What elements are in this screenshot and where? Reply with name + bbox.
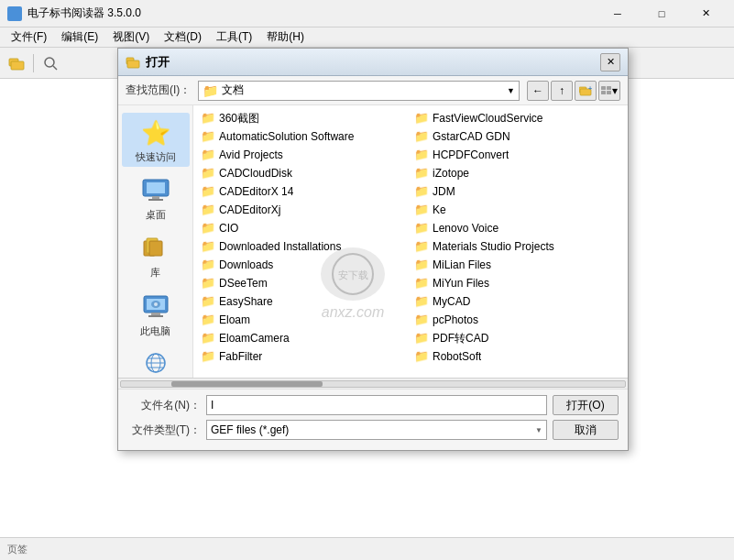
folder-icon: 📁 bbox=[414, 166, 429, 181]
file-column-right: 📁 FastViewCloudService 📁 GstarCAD GDN 📁 … bbox=[411, 109, 624, 366]
scrollbar-thumb[interactable] bbox=[171, 381, 323, 387]
sidebar-item-desktop[interactable]: 桌面 bbox=[122, 170, 190, 225]
list-item[interactable]: 📁 Downloads bbox=[197, 256, 411, 274]
folder-icon: 📁 bbox=[201, 258, 215, 272]
list-item[interactable]: 📁 Materials Studio Projects bbox=[411, 237, 624, 256]
filename-row: 文件名(N)： I 打开(O) bbox=[127, 395, 619, 415]
dialog-sidebar: ⭐ 快速访问 桌面 bbox=[118, 105, 193, 378]
file-column-left: 📁 360截图 📁 AutomaticSolution Software 📁 A… bbox=[197, 109, 411, 366]
title-bar: 电子标书阅读器 3.5.0.0 ─ □ ✕ bbox=[0, 0, 734, 27]
sidebar-label-quick-access: 快速访问 bbox=[136, 151, 176, 163]
folder-icon: 📁 bbox=[414, 258, 429, 272]
list-item[interactable]: 📁 EasyShare bbox=[197, 292, 411, 311]
folder-icon: 📁 bbox=[201, 166, 215, 181]
list-item[interactable]: 📁 RobotSoft bbox=[411, 347, 624, 366]
list-item[interactable]: 📁 FabFilter bbox=[197, 347, 411, 366]
list-item[interactable]: 📁 CIO bbox=[197, 219, 411, 237]
menu-edit[interactable]: 编辑(E) bbox=[54, 28, 105, 47]
list-item[interactable]: 📁 Ke bbox=[411, 201, 624, 219]
nav-back-button[interactable]: ← bbox=[527, 81, 549, 101]
menu-file[interactable]: 文件(F) bbox=[4, 28, 54, 47]
list-item[interactable]: 📁 CADCloudDisk bbox=[197, 164, 411, 182]
file-name: Downloaded Installations bbox=[219, 240, 341, 253]
file-name: PDF转CAD bbox=[433, 331, 488, 346]
list-item[interactable]: 📁 FastViewCloudService bbox=[411, 109, 624, 127]
list-item[interactable]: 📁 Eloam bbox=[197, 311, 411, 329]
list-item[interactable]: 📁 DSeeTem bbox=[197, 274, 411, 292]
svg-point-25 bbox=[154, 302, 158, 306]
maximize-button[interactable]: □ bbox=[641, 4, 683, 24]
folder-icon: 📁 bbox=[414, 184, 429, 199]
open-dialog: 打开 ✕ 查找范围(I)： 📁 文档 ▼ ← ↑ + bbox=[117, 48, 629, 451]
list-item[interactable]: 📁 MiYun Files bbox=[411, 274, 624, 292]
folder-icon: 📁 bbox=[414, 313, 429, 327]
file-name: FabFilter bbox=[219, 350, 262, 363]
folder-icon: 📁 bbox=[201, 331, 215, 346]
nav-new-folder-button[interactable]: + bbox=[575, 81, 597, 101]
minimize-button[interactable]: ─ bbox=[597, 4, 639, 24]
dialog-icon bbox=[126, 55, 140, 70]
scrollbar-track[interactable] bbox=[120, 380, 626, 388]
list-item[interactable]: 📁 MyCAD bbox=[411, 292, 624, 311]
list-item[interactable]: 📁 pcPhotos bbox=[411, 311, 624, 329]
file-name: pcPhotos bbox=[433, 313, 478, 326]
toolbar-btn-2[interactable] bbox=[38, 51, 63, 75]
filename-input[interactable]: I bbox=[206, 395, 547, 415]
folder-icon: 📁 bbox=[201, 129, 215, 144]
sidebar-item-this-pc[interactable]: 此电脑 bbox=[122, 287, 190, 341]
cancel-button[interactable]: 取消 bbox=[553, 420, 619, 440]
list-item[interactable]: 📁 Downloaded Installations bbox=[197, 237, 411, 256]
menu-view[interactable]: 视图(V) bbox=[105, 28, 157, 47]
list-item[interactable]: 📁 EloamCamera bbox=[197, 329, 411, 347]
toolbar-sep-1 bbox=[33, 54, 34, 72]
list-item[interactable]: 📁 iZotope bbox=[411, 164, 624, 182]
dialog-title-bar[interactable]: 打开 ✕ bbox=[118, 49, 628, 76]
list-item[interactable]: 📁 GstarCAD GDN bbox=[411, 127, 624, 146]
list-item[interactable]: 📁 MiLian Files bbox=[411, 256, 624, 274]
filetype-combo[interactable]: GEF files (*.gef) ▼ bbox=[206, 420, 547, 440]
folder-icon: 📁 bbox=[414, 331, 429, 346]
folder-icon: 📁 bbox=[201, 313, 215, 327]
app-icon bbox=[7, 6, 22, 21]
dialog-file-area[interactable]: 📁 360截图 📁 AutomaticSolution Software 📁 A… bbox=[193, 105, 628, 378]
list-item[interactable]: 📁 Lenovo Voice bbox=[411, 219, 624, 237]
svg-rect-9 bbox=[601, 86, 606, 90]
list-item[interactable]: 📁 CADEditorX 14 bbox=[197, 182, 411, 201]
sidebar-label-library: 库 bbox=[150, 267, 160, 279]
sidebar-label-this-pc: 此电脑 bbox=[140, 325, 170, 337]
toolbar-open-btn[interactable] bbox=[4, 51, 29, 75]
file-name: AutomaticSolution Software bbox=[219, 130, 354, 143]
list-item[interactable]: 📁 JDM bbox=[411, 182, 624, 201]
dialog-close-button[interactable]: ✕ bbox=[600, 53, 620, 71]
network-icon bbox=[139, 348, 172, 378]
dialog-title: 打开 bbox=[146, 54, 600, 71]
scrollbar-area[interactable] bbox=[118, 378, 628, 389]
list-item[interactable]: 📁 CADEditorXj bbox=[197, 201, 411, 219]
open-button[interactable]: 打开(O) bbox=[553, 395, 619, 415]
sidebar-item-network[interactable]: 网络 bbox=[122, 345, 190, 378]
folder-icon: 📁 bbox=[201, 294, 215, 309]
menu-help[interactable]: 帮助(H) bbox=[259, 28, 312, 47]
menu-document[interactable]: 文档(D) bbox=[157, 28, 209, 47]
folder-icon: 📁 bbox=[201, 349, 215, 364]
svg-rect-12 bbox=[607, 91, 611, 94]
dialog-bottom: 文件名(N)： I 打开(O) 文件类型(T)： GEF files (*.ge… bbox=[118, 389, 628, 450]
list-item[interactable]: 📁 AutomaticSolution Software bbox=[197, 127, 411, 146]
list-item[interactable]: 📁 360截图 bbox=[197, 109, 411, 127]
folder-icon: 📁 bbox=[414, 276, 429, 291]
folder-icon: 📁 bbox=[414, 111, 429, 126]
menu-bar: 文件(F) 编辑(E) 视图(V) 文档(D) 工具(T) 帮助(H) bbox=[0, 27, 734, 48]
location-combo[interactable]: 📁 文档 ▼ bbox=[198, 81, 520, 101]
sidebar-item-library[interactable]: 库 bbox=[122, 228, 190, 282]
nav-up-button[interactable]: ↑ bbox=[551, 81, 573, 101]
sidebar-item-quick-access[interactable]: ⭐ 快速访问 bbox=[122, 113, 190, 167]
folder-icon: 📁 bbox=[414, 239, 429, 254]
file-name: iZotope bbox=[433, 167, 469, 180]
list-item[interactable]: 📁 PDF转CAD bbox=[411, 329, 624, 347]
nav-view-button[interactable]: ▾ bbox=[598, 81, 620, 101]
list-item[interactable]: 📁 Avid Projects bbox=[197, 146, 411, 164]
folder-icon: 📁 bbox=[201, 239, 215, 254]
list-item[interactable]: 📁 HCPDFConvert bbox=[411, 146, 624, 164]
menu-tools[interactable]: 工具(T) bbox=[209, 28, 259, 47]
close-button[interactable]: ✕ bbox=[685, 4, 727, 24]
